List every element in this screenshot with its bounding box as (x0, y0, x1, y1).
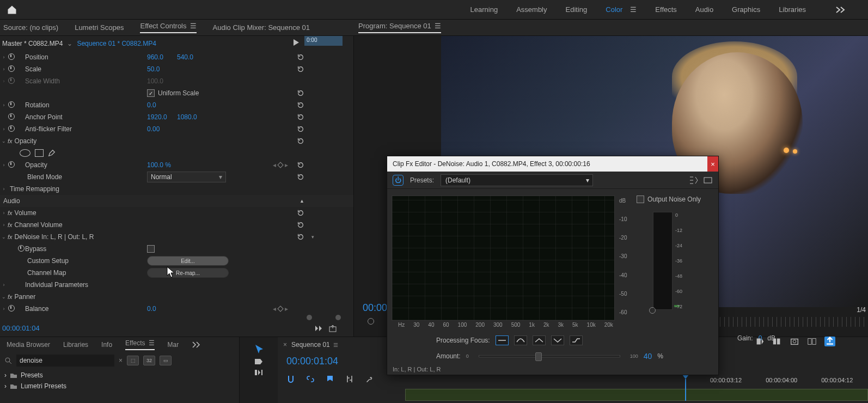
edit-button[interactable]: Edit... (147, 256, 229, 266)
tab-info[interactable]: Info (101, 341, 112, 349)
expand-icon[interactable]: › (0, 126, 8, 132)
ws-color[interactable]: Color (606, 5, 622, 14)
mask-ellipse-icon[interactable] (20, 149, 30, 157)
stopwatch-icon[interactable] (8, 305, 15, 312)
reset-icon[interactable] (297, 137, 304, 145)
blend-mode-dropdown[interactable]: Normal (147, 172, 226, 182)
selection-tool-icon[interactable] (253, 344, 264, 355)
tree-lumetri[interactable]: ›Lumetri Presets (4, 381, 235, 392)
ws-audio[interactable]: Audio (695, 5, 713, 14)
reset-icon[interactable] (297, 113, 304, 121)
amount-value[interactable]: 40 (644, 352, 652, 361)
reset-icon[interactable] (297, 233, 304, 241)
focus-peak-button[interactable] (533, 335, 546, 345)
filter-yuv-icon[interactable]: ▭ (160, 356, 172, 365)
filter-accel-icon[interactable]: ⬚ (127, 356, 139, 365)
close-seq-icon[interactable]: × (283, 341, 287, 349)
amount-knob[interactable] (535, 352, 542, 361)
reset-icon[interactable] (297, 53, 304, 61)
uniform-scale-checkbox[interactable] (147, 89, 155, 97)
reset-icon[interactable] (297, 101, 304, 109)
zoom-scrollbar[interactable] (4, 315, 341, 320)
fx-badge[interactable]: fx (8, 222, 13, 228)
stopwatch-icon[interactable] (18, 245, 25, 252)
meter-knob[interactable] (649, 307, 656, 314)
expand-icon[interactable]: › (0, 186, 8, 192)
expand-icon[interactable]: › (0, 102, 8, 108)
mini-play-icon[interactable] (294, 39, 299, 46)
timeline-ruler[interactable]: 00:00:03:1200:00:04:0000:00:04:12 (710, 377, 868, 387)
ws-assembly[interactable]: Assembly (516, 5, 547, 14)
sequence-clip[interactable]: Sequence 01 * C0882.MP4 (77, 40, 156, 47)
collapse-icon[interactable]: ⌄ (0, 138, 8, 144)
next-kf-icon[interactable]: ▸ (285, 161, 288, 169)
ws-menu-icon[interactable]: ☰ (630, 5, 637, 14)
program-timecode[interactable]: 00:00 (363, 302, 387, 314)
sequence-tab[interactable]: Sequence 01☰ (291, 341, 338, 349)
prev-kf-icon[interactable]: ◂ (273, 161, 276, 169)
mask-pen-icon[interactable] (48, 149, 56, 157)
focus-all-button[interactable] (496, 335, 509, 345)
overflow-icon[interactable] (192, 341, 200, 348)
fx-badge[interactable]: fx (8, 234, 13, 240)
gang-icon[interactable] (703, 176, 713, 185)
mask-rect-icon[interactable] (35, 149, 44, 157)
expand-icon[interactable]: › (0, 66, 8, 72)
clear-search-icon[interactable]: × (119, 357, 123, 364)
snap-icon[interactable] (286, 375, 295, 383)
amount-slider[interactable] (479, 355, 620, 357)
expand-icon[interactable]: › (0, 210, 8, 216)
export-icon[interactable] (328, 325, 337, 332)
fx-badge[interactable]: fx (8, 210, 13, 216)
collapse-icon[interactable]: ▲ (299, 198, 304, 204)
master-clip[interactable]: Master * C0882.MP4 (2, 40, 63, 47)
clip-fx-editor-window[interactable]: Clip Fx Editor - DeNoise: Audio 1, C0882… (387, 156, 719, 375)
reset-icon[interactable] (297, 65, 304, 73)
overflow-icon[interactable] (835, 6, 845, 14)
fx-badge[interactable]: fx (8, 294, 13, 300)
focus-highshelf-button[interactable] (570, 335, 583, 345)
playhead[interactable] (685, 379, 686, 401)
add-kf-icon[interactable] (277, 306, 283, 312)
expand-icon[interactable]: › (0, 306, 8, 312)
expand-icon[interactable]: › (0, 162, 8, 168)
mini-ruler[interactable]: 0:00 (304, 36, 343, 46)
reset-icon[interactable] (297, 125, 304, 133)
expand-icon[interactable]: › (0, 222, 8, 228)
ws-libraries[interactable]: Libraries (779, 5, 806, 14)
tab-libraries[interactable]: Libraries (63, 341, 88, 349)
ripple-tool-icon[interactable] (254, 369, 264, 376)
settings-icon[interactable] (345, 375, 354, 383)
bypass-checkbox[interactable] (147, 245, 155, 253)
collapse-icon[interactable]: ⌄ (0, 294, 8, 300)
tab-lumetri[interactable]: Lumetri Scopes (75, 23, 124, 32)
reset-icon[interactable] (297, 209, 304, 217)
tab-effect-controls[interactable]: Effect Controls☰ (140, 22, 196, 33)
program-scale[interactable]: 1/4 (857, 306, 866, 314)
tab-media-browser[interactable]: Media Browser (7, 341, 50, 349)
filter-32-icon[interactable]: 32 (143, 356, 155, 365)
tab-effects[interactable]: Effects☰ (125, 339, 154, 350)
expand-icon[interactable]: › (0, 282, 8, 288)
ws-editing[interactable]: Editing (566, 5, 588, 14)
output-noise-checkbox[interactable] (637, 196, 644, 203)
fx-badge[interactable]: fx (8, 138, 13, 144)
home-icon[interactable] (7, 4, 17, 15)
tree-presets[interactable]: ›Presets (4, 370, 235, 381)
tab-audio-mixer[interactable]: Audio Clip Mixer: Sequence 01 (213, 23, 310, 32)
reset-icon[interactable] (297, 89, 304, 97)
focus-lowshelf-button[interactable] (514, 335, 527, 345)
tab-markers[interactable]: Mar (168, 341, 179, 349)
tab-source[interactable]: Source: (no clips) (3, 23, 58, 32)
power-button[interactable]: ⏻ (393, 175, 404, 186)
marker-icon[interactable] (326, 375, 334, 383)
stopwatch-icon[interactable] (8, 53, 15, 60)
channel-map-icon[interactable] (689, 176, 699, 185)
tab-program[interactable]: Program: Sequence 01☰ (358, 22, 441, 33)
ws-learning[interactable]: Learning (470, 5, 498, 14)
stopwatch-icon[interactable] (8, 161, 15, 168)
effects-search-input[interactable] (16, 355, 114, 367)
ws-effects[interactable]: Effects (655, 5, 677, 14)
stopwatch-icon[interactable] (8, 125, 15, 132)
audio-track-clip[interactable] (405, 389, 868, 401)
